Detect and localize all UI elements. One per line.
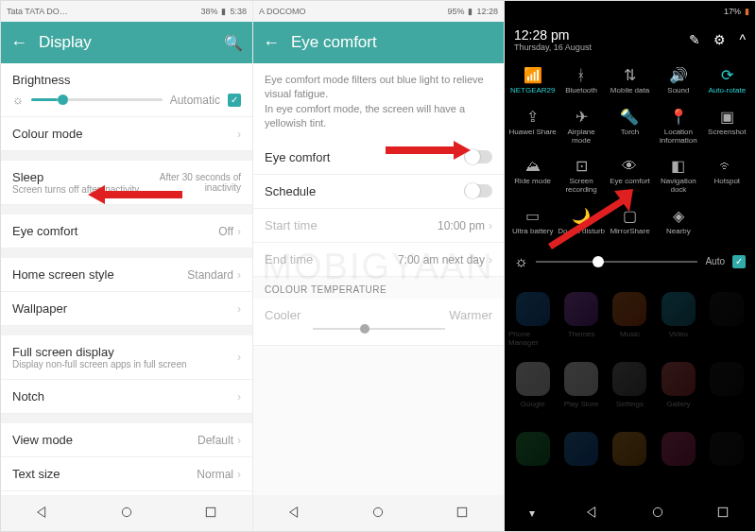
schedule-toggle-row: Schedule <box>253 175 504 209</box>
qs-tile-label: Navigation dock <box>654 178 702 195</box>
qs-header: 12:28 pm Thursday, 16 August ✎ ⚙ ^ <box>505 22 755 58</box>
qs-brightness-slider[interactable] <box>536 261 698 263</box>
mobile-icon: ⇅ <box>624 67 636 84</box>
qs-tile-label: Mobile data <box>610 87 649 95</box>
eye-comfort-row[interactable]: Eye comfort Off› <box>1 215 252 249</box>
panel-display-settings: Tata TATA DO… 38% ▮ 5:38 ← Display 🔍 Bri… <box>1 1 252 531</box>
app-icon[interactable] <box>654 432 702 498</box>
qs-tile-rotate[interactable]: ⟳Auto-rotate <box>703 61 751 101</box>
qs-tile-nearby[interactable]: ◈Nearby <box>654 202 702 242</box>
annotation-arrow <box>88 183 182 206</box>
app-icon[interactable]: Themes <box>557 292 605 358</box>
nav-recent-icon[interactable] <box>203 505 218 523</box>
brightness-icon: ☼ <box>514 253 528 270</box>
eye-comfort-label: Eye comfort <box>12 224 77 238</box>
brightness-label: Brightness <box>12 73 241 87</box>
qs-auto-checkbox[interactable]: ✓ <box>732 255 746 268</box>
nav-back-icon[interactable] <box>585 505 600 523</box>
schedule-label: Schedule <box>265 184 316 198</box>
hshare-icon: ⇪ <box>526 109 539 126</box>
end-time-value: 7:00 am next day <box>398 253 485 266</box>
qs-tile-navdock[interactable]: ◧Navigation dock <box>654 152 702 200</box>
colour-mode-label: Colour mode <box>12 127 82 141</box>
nav-assistant-icon[interactable]: ▾ <box>529 506 535 520</box>
bluetooth-icon: ᚼ <box>576 67 586 84</box>
notch-label: Notch <box>12 389 44 403</box>
home-style-label: Home screen style <box>12 267 114 282</box>
home-style-row[interactable]: Home screen style Standard› <box>1 258 252 292</box>
notch-row[interactable]: Notch › <box>1 380 252 414</box>
qs-tile-hotspot[interactable]: ᯤHotspot <box>703 152 751 200</box>
qs-tile-wifi[interactable]: 📶NETGEAR29 <box>508 61 557 101</box>
nav-bar <box>253 495 504 531</box>
colour-temp-header: COLOUR TEMPERATURE <box>253 277 504 299</box>
nav-home-icon[interactable] <box>650 505 665 523</box>
edit-icon[interactable]: ✎ <box>689 32 700 47</box>
nav-home-icon[interactable] <box>370 505 386 523</box>
view-mode-label: View mode <box>12 433 73 447</box>
qs-tile-hshare[interactable]: ⇪Huawei Share <box>508 103 557 151</box>
status-time: 12:28 <box>476 7 498 16</box>
qs-tile-torch[interactable]: 🔦Torch <box>606 103 654 151</box>
status-bar: Tata TATA DO… 38% ▮ 5:38 <box>1 1 252 22</box>
qs-tile-label: Airplane mode <box>557 129 605 146</box>
app-icon[interactable] <box>606 432 654 498</box>
app-icon[interactable]: Settings <box>606 362 654 428</box>
wallpaper-row[interactable]: Wallpaper › <box>1 292 252 326</box>
sound-icon: 🔊 <box>669 67 688 84</box>
app-icon[interactable]: Phone Manager <box>508 292 557 358</box>
app-icon[interactable]: Play Store <box>557 362 605 428</box>
ride-icon: ⛰ <box>525 158 541 175</box>
search-icon[interactable]: 🔍 <box>224 34 243 52</box>
app-icon[interactable] <box>703 292 751 358</box>
nav-home-icon[interactable] <box>119 505 134 523</box>
colour-mode-row[interactable]: Colour mode › <box>1 117 252 151</box>
chevron-right-icon: › <box>237 468 241 481</box>
location-icon: 📍 <box>669 109 688 126</box>
app-icon[interactable]: Google <box>508 362 557 428</box>
nav-recent-icon[interactable] <box>715 505 730 523</box>
nav-back-icon[interactable] <box>287 505 302 523</box>
gear-icon[interactable]: ⚙ <box>713 32 726 47</box>
app-icon[interactable] <box>703 362 751 428</box>
qs-tile-label: Sound <box>667 87 689 95</box>
text-size-row[interactable]: Text size Normal› <box>1 457 252 491</box>
hotspot-icon: ᯤ <box>719 158 734 175</box>
app-label: Play Store <box>564 400 599 408</box>
panel-quick-settings: 17% ▮ 12:28 pm Thursday, 16 August ✎ ⚙ ^… <box>504 1 755 531</box>
qs-tile-screenshot[interactable]: ▣Screenshot <box>703 103 751 151</box>
nav-recent-icon[interactable] <box>455 505 470 523</box>
qs-tile-location[interactable]: 📍Location information <box>654 103 702 151</box>
back-icon[interactable]: ← <box>10 33 27 53</box>
view-mode-row[interactable]: View mode Default› <box>1 423 252 457</box>
wallpaper-label: Wallpaper <box>12 301 67 316</box>
brightness-slider[interactable] <box>31 98 163 101</box>
chevron-right-icon: › <box>237 225 241 238</box>
qs-auto-label: Auto <box>705 256 725 266</box>
chevron-up-icon[interactable]: ^ <box>739 32 746 47</box>
full-screen-label: Full screen display <box>12 345 114 359</box>
qs-tile-airplane[interactable]: ✈Airplane mode <box>557 103 605 151</box>
schedule-toggle[interactable] <box>464 184 492 197</box>
nav-back-icon[interactable] <box>35 505 50 523</box>
app-icon[interactable] <box>703 432 751 498</box>
chevron-right-icon: › <box>237 128 241 141</box>
qs-tile-sound[interactable]: 🔊Sound <box>654 61 702 101</box>
brightness-auto-checkbox[interactable]: ✓ <box>228 94 241 107</box>
qs-tile-bluetooth[interactable]: ᚼBluetooth <box>557 61 605 101</box>
colour-temp-slider[interactable] <box>313 328 445 330</box>
nearby-icon: ◈ <box>673 208 684 225</box>
app-icon[interactable] <box>508 432 557 498</box>
svg-rect-7 <box>718 507 727 516</box>
chevron-right-icon: › <box>237 302 241 316</box>
app-icon[interactable]: Video <box>654 292 702 358</box>
back-icon[interactable]: ← <box>263 33 280 53</box>
qs-tile-mobile[interactable]: ⇅Mobile data <box>606 61 654 101</box>
full-screen-row[interactable]: Full screen display Display non-full scr… <box>1 335 252 380</box>
eyecomfort-icon: 👁 <box>622 158 637 175</box>
app-icon[interactable] <box>557 432 605 498</box>
start-time-value: 10:00 pm <box>438 219 485 232</box>
app-icon[interactable]: Gallery <box>654 362 702 428</box>
app-icon[interactable]: Music <box>606 292 654 358</box>
chevron-right-icon: › <box>489 219 492 232</box>
